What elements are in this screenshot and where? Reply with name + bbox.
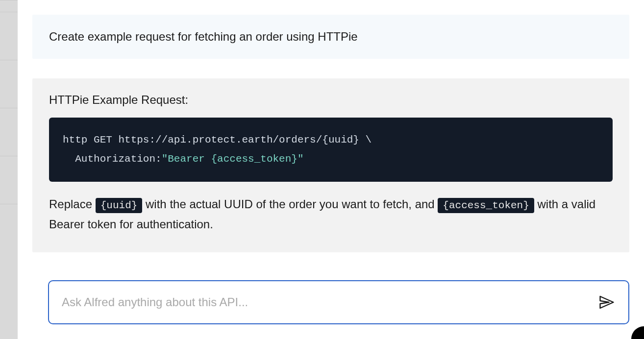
sidebar-strip bbox=[0, 0, 18, 339]
response-heading: HTTPie Example Request: bbox=[49, 93, 613, 107]
chat-input[interactable] bbox=[62, 295, 595, 309]
code-token-cmd: http bbox=[63, 134, 87, 145]
assistant-response: HTTPie Example Request: http GET https:/… bbox=[32, 78, 629, 252]
code-token-string: "Bearer {access_token}" bbox=[162, 153, 304, 165]
explanation-mid: with the actual UUID of the order you wa… bbox=[142, 197, 438, 211]
user-message-text: Create example request for fetching an o… bbox=[49, 28, 613, 45]
code-token-cont: \ bbox=[366, 134, 372, 145]
inline-code-uuid: {uuid} bbox=[96, 198, 143, 213]
code-token-method: GET bbox=[94, 134, 112, 145]
send-icon bbox=[598, 293, 616, 311]
main-panel: Create example request for fetching an o… bbox=[18, 0, 644, 339]
code-token-url: https://api.protect.earth/orders/{uuid} bbox=[118, 134, 359, 145]
code-block[interactable]: http GET https://api.protect.earth/order… bbox=[49, 118, 613, 182]
explanation-text: Replace {uuid} with the actual UUID of t… bbox=[49, 194, 613, 235]
send-button[interactable] bbox=[595, 291, 619, 314]
user-message: Create example request for fetching an o… bbox=[32, 15, 629, 59]
code-token-header: Authorization: bbox=[75, 153, 161, 165]
inline-code-token: {access_token} bbox=[438, 198, 534, 213]
chat-input-row bbox=[48, 280, 629, 324]
explanation-pre: Replace bbox=[49, 197, 96, 211]
